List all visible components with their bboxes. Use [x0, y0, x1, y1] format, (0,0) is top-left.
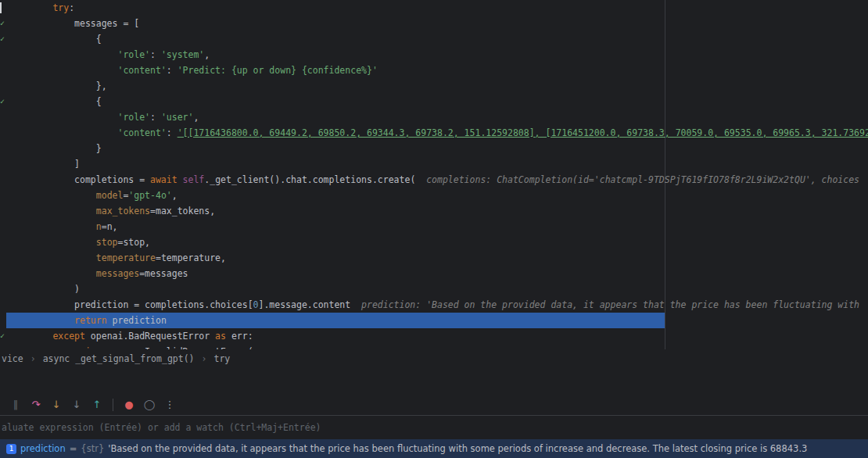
breadcrumb-item[interactable]: async _get_signal_from_gpt()	[43, 353, 195, 364]
evaluate-expression-input[interactable]: aluate expression (Entrée) or add a watc…	[0, 415, 868, 439]
check-icon: ✓	[0, 94, 5, 109]
breadcrumb-separator: ›	[30, 353, 36, 364]
code-line[interactable]: completions = await self._get_client().c…	[9, 172, 868, 188]
variable-type: {str}	[81, 443, 104, 454]
code-line[interactable]: return prediction	[9, 313, 868, 328]
code-line[interactable]: {	[9, 31, 868, 47]
code-line[interactable]: 'role': 'system',	[9, 47, 868, 63]
breadcrumb-item[interactable]: vice	[2, 353, 23, 364]
code-line[interactable]: messages=messages	[9, 266, 868, 281]
code-area[interactable]: try: messages = [ { 'role': 'system', 'c…	[9, 0, 868, 350]
editor-gutter[interactable]: ✓✓✓✓	[0, 0, 9, 349]
check-icon: ✓	[0, 31, 5, 47]
breadcrumb-separator: ›	[202, 353, 207, 364]
code-line[interactable]: stop=stop,	[9, 234, 868, 250]
code-line[interactable]: model='gpt-4o',	[9, 188, 868, 203]
code-line[interactable]: temperature=temperature,	[9, 250, 868, 266]
check-icon: ✓	[0, 16, 5, 31]
breakpoints-icon[interactable]: ●	[123, 398, 135, 412]
more-options-icon[interactable]: ⋮	[163, 398, 176, 412]
code-line[interactable]: {	[9, 94, 868, 109]
code-line[interactable]: except openai.BadRequestError as err:	[9, 328, 868, 344]
debug-toolbar: ‖↷↓↓↑●◯⋮	[0, 394, 868, 415]
code-line[interactable]: )	[9, 281, 868, 297]
mute-breakpoints-icon[interactable]: ◯	[143, 398, 156, 412]
step-over-icon[interactable]: ↷	[30, 398, 42, 412]
code-line[interactable]: max_tokens=max_tokens,	[9, 203, 868, 219]
variable-value: 'Based on the provided data, it appears …	[108, 443, 807, 454]
evaluate-placeholder: aluate expression (Entrée) or add a watc…	[2, 422, 321, 433]
step-out-icon[interactable]: ↑	[91, 398, 103, 412]
watch-row[interactable]: 1 prediction = {str} 'Based on the provi…	[0, 439, 868, 458]
force-step-into-icon[interactable]: ↓	[70, 398, 83, 412]
variable-name: prediction	[20, 443, 66, 454]
toolbar-divider	[113, 399, 113, 411]
code-line[interactable]: 'content': 'Predict: {up or down} {confi…	[9, 63, 868, 78]
breadcrumb: vice›async _get_signal_from_gpt()›try	[0, 349, 868, 368]
step-into-icon[interactable]: ↓	[50, 398, 63, 412]
ide-debug-view: try: messages = [ { 'role': 'system', 'c…	[0, 0, 868, 458]
pause-icon[interactable]: ‖	[9, 398, 22, 412]
code-line[interactable]: n=n,	[9, 219, 868, 234]
code-line[interactable]: 'content': '[[1716436800.0, 69449.2, 698…	[9, 125, 868, 141]
code-line[interactable]: 'role': 'user',	[9, 109, 868, 125]
breadcrumb-item[interactable]: try	[213, 353, 230, 364]
equals-sign: =	[70, 443, 77, 454]
code-line[interactable]: messages = [	[9, 16, 868, 31]
code-editor[interactable]: try: messages = [ { 'role': 'system', 'c…	[0, 0, 868, 350]
code-line[interactable]: prediction = completions.choices[0].mess…	[9, 297, 868, 313]
code-line[interactable]: },	[9, 78, 868, 94]
check-icon: ✓	[0, 328, 5, 344]
caret-icon	[0, 2, 2, 13]
code-line[interactable]: ]	[9, 156, 868, 172]
watch-index-badge: 1	[6, 444, 16, 454]
code-line[interactable]: try:	[9, 0, 868, 16]
code-line[interactable]: }	[9, 141, 868, 156]
